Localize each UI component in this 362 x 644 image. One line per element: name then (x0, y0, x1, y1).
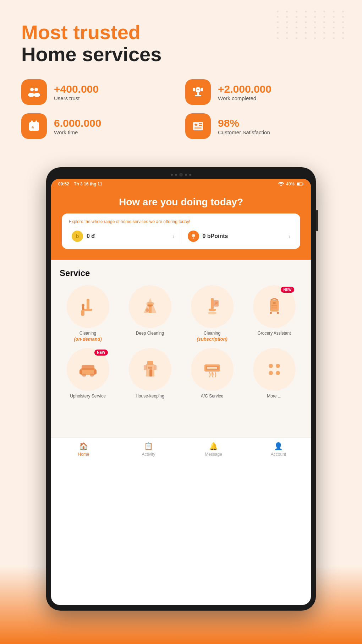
stat-work-completed: +2.000.000 Work completed (185, 79, 341, 105)
svg-point-25 (193, 238, 194, 239)
message-nav-label: Message (205, 452, 222, 457)
users-icon (21, 79, 47, 105)
svg-rect-22 (297, 183, 300, 185)
satisfaction-label: Customer Satisfaction (218, 129, 270, 135)
balance-chevron: › (173, 233, 175, 239)
explore-card: Explore the whole range of home services… (62, 213, 300, 249)
svg-rect-7 (193, 88, 195, 91)
svg-rect-11 (29, 122, 39, 125)
work-time-count: 6.000.000 (54, 117, 101, 129)
svg-rect-52 (90, 374, 94, 377)
svg-rect-28 (81, 310, 84, 316)
svg-rect-51 (82, 374, 86, 377)
cleaning-ondemand-icon (77, 295, 99, 318)
svg-rect-29 (82, 306, 84, 310)
grocery-icon-wrap: NEW (253, 285, 296, 328)
service-ac[interactable]: A/C Service (184, 348, 240, 399)
svg-rect-26 (87, 299, 89, 309)
home-nav-label: Home (78, 452, 89, 457)
svg-rect-12 (31, 120, 33, 123)
service-grocery[interactable]: NEW (246, 285, 302, 342)
svg-point-46 (277, 312, 279, 314)
deep-cleaning-label: Deep Cleaning (136, 331, 164, 336)
balance-value: 0 đ (87, 233, 169, 239)
more-icon (263, 358, 286, 381)
service-upholstery[interactable]: NEW Upholstery Service (60, 348, 116, 399)
svg-point-63 (210, 372, 214, 376)
upholstery-new-badge: NEW (94, 350, 108, 356)
explore-text: Explore the whole range of home services… (69, 219, 293, 224)
points-chevron: › (289, 233, 290, 239)
service-more[interactable]: More ... (246, 348, 302, 399)
svg-rect-27 (84, 309, 92, 311)
service-housekeeping[interactable]: House-keeping (122, 348, 178, 399)
service-section: Service (51, 260, 311, 437)
svg-rect-60 (206, 366, 219, 370)
calendar-icon (21, 113, 47, 139)
service-deep-cleaning[interactable]: Deep Cleaning (122, 285, 178, 342)
deep-cleaning-icon-wrap (129, 285, 171, 328)
svg-rect-15 (193, 122, 203, 130)
grocery-label: Grocery Assistant (257, 331, 291, 336)
svg-rect-57 (154, 365, 157, 370)
svg-rect-49 (79, 369, 82, 374)
svg-point-40 (208, 312, 216, 314)
points-item[interactable]: 0 bPoints › (185, 229, 294, 243)
points-icon (188, 231, 199, 242)
upholstery-icon (77, 358, 99, 381)
wifi-icon (278, 182, 284, 186)
activity-nav-label: Activity (142, 452, 155, 457)
cleaning-sub-icon: 28 (201, 295, 224, 318)
tablet-camera-bar (51, 173, 311, 177)
svg-rect-17 (199, 123, 202, 124)
tablet-side-button (316, 210, 318, 231)
ac-icon-wrap (191, 348, 234, 391)
activity-nav-icon: 📋 (144, 442, 153, 450)
svg-rect-50 (94, 369, 97, 374)
nav-message[interactable]: 🔔 Message (181, 442, 246, 457)
svg-rect-37 (209, 309, 216, 311)
svg-rect-23 (303, 184, 303, 185)
coin-icon: b (72, 231, 83, 242)
work-time-label: Work time (54, 129, 101, 135)
home-nav-icon: 🏠 (79, 442, 88, 450)
svg-point-45 (270, 312, 272, 314)
housekeeping-icon (139, 358, 161, 381)
service-cleaning-ondemand[interactable]: Cleaning (on-demand) (60, 285, 116, 342)
top-section: Most trusted Home services +400.000 User… (0, 0, 362, 167)
svg-rect-18 (199, 125, 202, 126)
more-icon-wrap (253, 348, 296, 391)
nav-account[interactable]: 👤 Account (246, 442, 311, 457)
stat-satisfaction: 98% Customer Satisfaction (185, 113, 341, 139)
stat-users: +400.000 Users trust (21, 79, 177, 105)
svg-rect-56 (144, 365, 147, 370)
svg-rect-55 (149, 369, 152, 377)
app-header: How are you doing today? Explore the who… (51, 189, 311, 260)
status-bar: 09:52 Th 3 16 thg 11 40% (51, 179, 311, 189)
users-count: +400.000 (54, 83, 99, 95)
trophy-icon (185, 79, 211, 105)
stat-work-time: 6.000.000 Work time (21, 113, 177, 139)
satisfaction-count: 98% (218, 117, 270, 129)
service-cleaning-subscription[interactable]: 28 Cleaning (subscription) (184, 285, 240, 342)
svg-point-67 (276, 371, 280, 375)
message-nav-icon: 🔔 (209, 442, 218, 450)
cleaning-ondemand-icon-wrap (67, 285, 109, 328)
service-title: Service (60, 268, 302, 278)
tablet-frame: 09:52 Th 3 16 thg 11 40% (46, 167, 316, 611)
points-value: 0 bPoints (203, 233, 285, 239)
cleaning-sub-label: Cleaning (subscription) (197, 331, 227, 342)
upholstery-label: Upholstery Service (70, 394, 106, 399)
svg-point-65 (276, 364, 280, 368)
upholstery-icon-wrap: NEW (67, 348, 109, 391)
account-nav-label: Account (271, 452, 286, 457)
nav-home[interactable]: 🏠 Home (51, 442, 116, 457)
ac-label: A/C Service (201, 394, 223, 399)
balance-item[interactable]: b 0 đ › (69, 229, 177, 243)
tablet-device: 09:52 Th 3 16 thg 11 40% (46, 167, 316, 611)
svg-rect-8 (201, 88, 203, 91)
nav-activity[interactable]: 📋 Activity (116, 442, 181, 457)
greeting-text: How are you doing today? (62, 196, 300, 208)
account-nav-icon: 👤 (274, 442, 283, 450)
svg-point-35 (146, 308, 149, 312)
